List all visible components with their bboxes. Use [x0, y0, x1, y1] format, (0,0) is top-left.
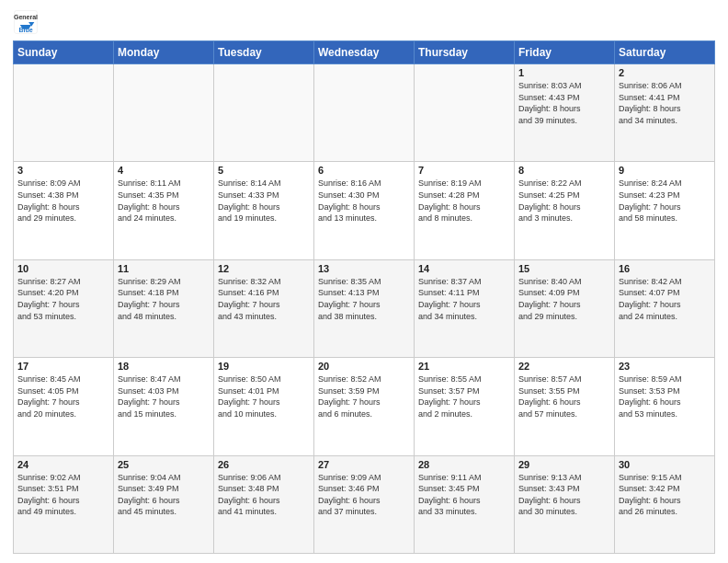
- day-info: Sunrise: 8:55 AMSunset: 3:57 PMDaylight:…: [418, 373, 510, 419]
- day-info: Sunrise: 8:14 AMSunset: 4:33 PMDaylight:…: [218, 178, 310, 224]
- calendar-cell: 4Sunrise: 8:11 AMSunset: 4:35 PMDaylight…: [114, 162, 214, 259]
- day-info: Sunrise: 9:11 AMSunset: 3:45 PMDaylight:…: [418, 472, 510, 518]
- day-number: 22: [518, 361, 610, 372]
- calendar-cell: 13Sunrise: 8:35 AMSunset: 4:13 PMDayligh…: [314, 259, 415, 357]
- day-info: Sunrise: 8:35 AMSunset: 4:13 PMDaylight:…: [318, 276, 410, 322]
- day-number: 28: [418, 459, 510, 470]
- calendar-cell: 24Sunrise: 9:02 AMSunset: 3:51 PMDayligh…: [14, 455, 114, 553]
- day-info: Sunrise: 8:27 AMSunset: 4:20 PMDaylight:…: [17, 276, 109, 322]
- day-info: Sunrise: 8:57 AMSunset: 3:55 PMDaylight:…: [518, 373, 610, 419]
- calendar-cell: 15Sunrise: 8:40 AMSunset: 4:09 PMDayligh…: [515, 259, 615, 357]
- day-number: 12: [218, 263, 310, 274]
- weekday-header: Saturday: [615, 41, 715, 64]
- day-info: Sunrise: 9:06 AMSunset: 3:48 PMDaylight:…: [218, 472, 310, 518]
- day-info: Sunrise: 8:47 AMSunset: 4:03 PMDaylight:…: [118, 373, 210, 419]
- calendar-cell: 1Sunrise: 8:03 AMSunset: 4:43 PMDaylight…: [515, 64, 615, 162]
- day-info: Sunrise: 8:16 AMSunset: 4:30 PMDaylight:…: [318, 178, 410, 224]
- calendar-cell: [314, 64, 415, 162]
- day-number: 18: [118, 361, 210, 372]
- logo: General Blue: [13, 9, 42, 35]
- day-info: Sunrise: 8:59 AMSunset: 3:53 PMDaylight:…: [619, 373, 711, 419]
- calendar-cell: 7Sunrise: 8:19 AMSunset: 4:28 PMDaylight…: [415, 162, 515, 259]
- day-info: Sunrise: 8:40 AMSunset: 4:09 PMDaylight:…: [518, 276, 610, 322]
- day-info: Sunrise: 8:06 AMSunset: 4:41 PMDaylight:…: [619, 80, 711, 126]
- day-number: 9: [619, 165, 711, 176]
- calendar-cell: [14, 64, 114, 162]
- header-row: SundayMondayTuesdayWednesdayThursdayFrid…: [14, 41, 715, 64]
- weekday-header: Tuesday: [214, 41, 314, 64]
- calendar-week-row: 3Sunrise: 8:09 AMSunset: 4:38 PMDaylight…: [14, 162, 715, 259]
- day-number: 16: [619, 263, 711, 274]
- svg-text:General: General: [14, 14, 38, 20]
- day-info: Sunrise: 9:02 AMSunset: 3:51 PMDaylight:…: [17, 472, 109, 518]
- day-number: 7: [418, 165, 510, 176]
- calendar-cell: 21Sunrise: 8:55 AMSunset: 3:57 PMDayligh…: [415, 358, 515, 455]
- day-info: Sunrise: 8:03 AMSunset: 4:43 PMDaylight:…: [518, 80, 610, 126]
- calendar-cell: [114, 64, 214, 162]
- day-info: Sunrise: 8:32 AMSunset: 4:16 PMDaylight:…: [218, 276, 310, 322]
- day-number: 3: [17, 165, 109, 176]
- calendar-cell: 11Sunrise: 8:29 AMSunset: 4:18 PMDayligh…: [114, 259, 214, 357]
- calendar-cell: 22Sunrise: 8:57 AMSunset: 3:55 PMDayligh…: [515, 358, 615, 455]
- svg-text:Blue: Blue: [18, 27, 32, 33]
- calendar-cell: 9Sunrise: 8:24 AMSunset: 4:23 PMDaylight…: [615, 162, 715, 259]
- day-info: Sunrise: 8:42 AMSunset: 4:07 PMDaylight:…: [619, 276, 711, 322]
- day-number: 27: [318, 459, 410, 470]
- calendar-week-row: 10Sunrise: 8:27 AMSunset: 4:20 PMDayligh…: [14, 259, 715, 357]
- calendar-cell: 14Sunrise: 8:37 AMSunset: 4:11 PMDayligh…: [415, 259, 515, 357]
- page: General Blue SundayMondayTuesdayWednesda…: [0, 0, 728, 563]
- calendar-cell: [415, 64, 515, 162]
- day-info: Sunrise: 8:24 AMSunset: 4:23 PMDaylight:…: [619, 178, 711, 224]
- day-number: 8: [518, 165, 610, 176]
- weekday-header: Wednesday: [314, 41, 415, 64]
- day-info: Sunrise: 8:11 AMSunset: 4:35 PMDaylight:…: [118, 178, 210, 224]
- weekday-header: Sunday: [14, 41, 114, 64]
- day-number: 14: [418, 263, 510, 274]
- weekday-header: Thursday: [415, 41, 515, 64]
- day-info: Sunrise: 8:22 AMSunset: 4:25 PMDaylight:…: [518, 178, 610, 224]
- calendar-cell: 27Sunrise: 9:09 AMSunset: 3:46 PMDayligh…: [314, 455, 415, 553]
- weekday-header: Monday: [114, 41, 214, 64]
- header: General Blue: [13, 9, 715, 35]
- calendar-cell: 10Sunrise: 8:27 AMSunset: 4:20 PMDayligh…: [14, 259, 114, 357]
- calendar-cell: 26Sunrise: 9:06 AMSunset: 3:48 PMDayligh…: [214, 455, 314, 553]
- calendar-cell: 18Sunrise: 8:47 AMSunset: 4:03 PMDayligh…: [114, 358, 214, 455]
- day-info: Sunrise: 9:15 AMSunset: 3:42 PMDaylight:…: [619, 472, 711, 518]
- day-number: 24: [17, 459, 109, 470]
- calendar: SundayMondayTuesdayWednesdayThursdayFrid…: [13, 40, 715, 554]
- calendar-cell: 3Sunrise: 8:09 AMSunset: 4:38 PMDaylight…: [14, 162, 114, 259]
- day-number: 20: [318, 361, 410, 372]
- day-number: 5: [218, 165, 310, 176]
- day-info: Sunrise: 9:04 AMSunset: 3:49 PMDaylight:…: [118, 472, 210, 518]
- day-number: 25: [118, 459, 210, 470]
- day-number: 29: [518, 459, 610, 470]
- calendar-cell: 17Sunrise: 8:45 AMSunset: 4:05 PMDayligh…: [14, 358, 114, 455]
- day-info: Sunrise: 8:19 AMSunset: 4:28 PMDaylight:…: [418, 178, 510, 224]
- calendar-cell: 19Sunrise: 8:50 AMSunset: 4:01 PMDayligh…: [214, 358, 314, 455]
- calendar-week-row: 17Sunrise: 8:45 AMSunset: 4:05 PMDayligh…: [14, 358, 715, 455]
- calendar-week-row: 24Sunrise: 9:02 AMSunset: 3:51 PMDayligh…: [14, 455, 715, 553]
- day-number: 4: [118, 165, 210, 176]
- day-number: 2: [619, 67, 711, 78]
- day-info: Sunrise: 8:09 AMSunset: 4:38 PMDaylight:…: [17, 178, 109, 224]
- calendar-week-row: 1Sunrise: 8:03 AMSunset: 4:43 PMDaylight…: [14, 64, 715, 162]
- calendar-cell: 16Sunrise: 8:42 AMSunset: 4:07 PMDayligh…: [615, 259, 715, 357]
- calendar-cell: 20Sunrise: 8:52 AMSunset: 3:59 PMDayligh…: [314, 358, 415, 455]
- day-number: 11: [118, 263, 210, 274]
- day-info: Sunrise: 9:13 AMSunset: 3:43 PMDaylight:…: [518, 472, 610, 518]
- calendar-cell: [214, 64, 314, 162]
- day-info: Sunrise: 8:37 AMSunset: 4:11 PMDaylight:…: [418, 276, 510, 322]
- day-number: 13: [318, 263, 410, 274]
- logo-icon: General Blue: [13, 9, 39, 35]
- calendar-cell: 8Sunrise: 8:22 AMSunset: 4:25 PMDaylight…: [515, 162, 615, 259]
- day-number: 1: [518, 67, 610, 78]
- day-info: Sunrise: 9:09 AMSunset: 3:46 PMDaylight:…: [318, 472, 410, 518]
- day-number: 26: [218, 459, 310, 470]
- weekday-header: Friday: [515, 41, 615, 64]
- day-number: 17: [17, 361, 109, 372]
- calendar-cell: 5Sunrise: 8:14 AMSunset: 4:33 PMDaylight…: [214, 162, 314, 259]
- day-number: 15: [518, 263, 610, 274]
- calendar-cell: 2Sunrise: 8:06 AMSunset: 4:41 PMDaylight…: [615, 64, 715, 162]
- day-number: 10: [17, 263, 109, 274]
- calendar-cell: 28Sunrise: 9:11 AMSunset: 3:45 PMDayligh…: [415, 455, 515, 553]
